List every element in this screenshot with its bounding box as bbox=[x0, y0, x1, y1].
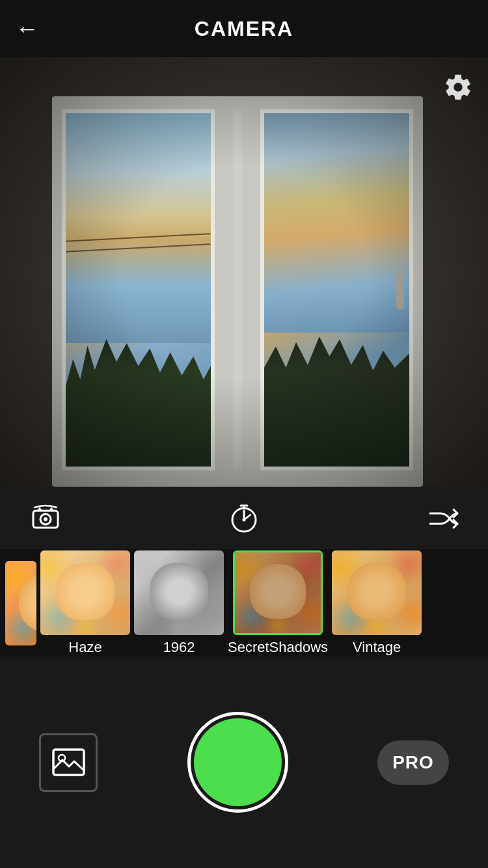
filter-label-vintage: Vintage bbox=[353, 639, 401, 656]
window-frame bbox=[52, 96, 423, 487]
flip-camera-icon bbox=[28, 500, 63, 536]
flip-camera-button[interactable] bbox=[26, 498, 65, 537]
filter-label-1962: 1962 bbox=[163, 639, 195, 656]
window-pane-right bbox=[260, 109, 413, 470]
page-title: CAMERA bbox=[195, 17, 293, 41]
filter-item-partial[interactable] bbox=[5, 561, 36, 645]
gear-icon bbox=[443, 72, 473, 102]
shutter-inner bbox=[194, 718, 282, 806]
pro-button[interactable]: PRO bbox=[377, 740, 449, 785]
svg-rect-5 bbox=[53, 750, 84, 775]
camera-viewfinder[interactable] bbox=[0, 57, 488, 487]
svg-point-2 bbox=[44, 517, 47, 521]
camera-controls-bar bbox=[0, 487, 488, 549]
svg-point-4 bbox=[243, 519, 246, 522]
filter-item-1962[interactable]: 1962 bbox=[134, 550, 224, 656]
back-button[interactable]: ← bbox=[16, 17, 39, 40]
timer-button[interactable] bbox=[224, 498, 264, 537]
shuffle-icon bbox=[425, 500, 460, 536]
window-divider bbox=[233, 109, 242, 470]
filter-item-haze[interactable]: Haze bbox=[40, 550, 130, 656]
settings-button[interactable] bbox=[441, 70, 475, 104]
filter-strip: Haze 1962 SecretShadows bbox=[0, 549, 488, 657]
header: ← CAMERA bbox=[0, 0, 488, 57]
timer-icon bbox=[226, 500, 262, 536]
gallery-icon bbox=[51, 744, 87, 780]
shutter-button[interactable] bbox=[187, 712, 288, 813]
filter-item-vintage[interactable]: Vintage bbox=[332, 550, 422, 656]
gallery-button[interactable] bbox=[39, 733, 98, 792]
pro-label: PRO bbox=[392, 752, 434, 773]
window-pane-left bbox=[62, 109, 215, 470]
filter-item-secretshadows[interactable]: SecretShadows bbox=[228, 550, 328, 656]
shuffle-button[interactable] bbox=[423, 498, 462, 537]
action-bar: PRO bbox=[0, 657, 488, 868]
filter-label-haze: Haze bbox=[68, 639, 102, 656]
filter-label-secretshadows: SecretShadows bbox=[228, 639, 328, 656]
